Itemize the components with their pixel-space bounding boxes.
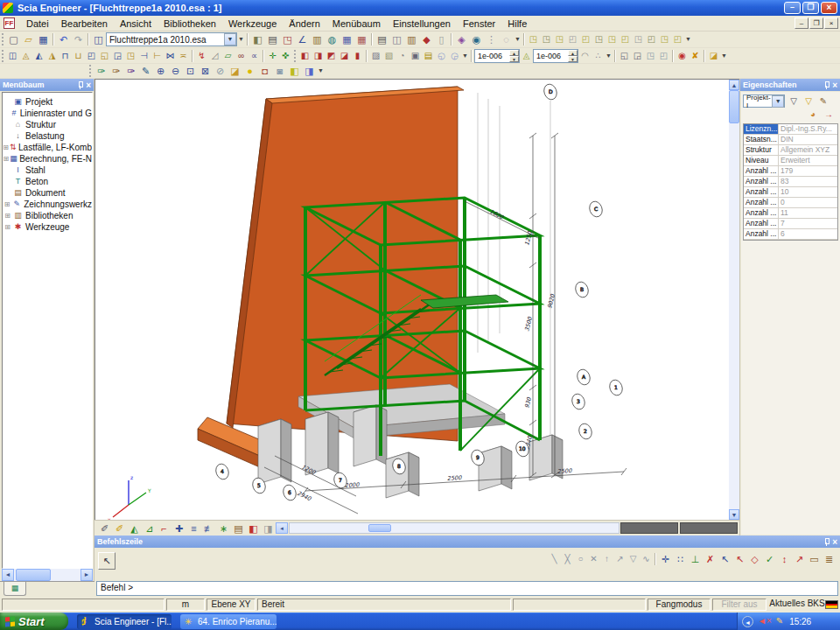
menu-item[interactable]: Hilfe <box>501 17 533 31</box>
chevron-down-icon[interactable]: ▼ <box>772 95 784 108</box>
chevron-down-icon[interactable]: ▼ <box>461 49 469 63</box>
tree-horizontal-scrollbar[interactable]: ◄ ► <box>2 569 93 581</box>
tree-item[interactable]: I Stahl <box>3 164 92 176</box>
menu-item[interactable]: Fenster <box>457 17 501 31</box>
scrollbar-thumb[interactable] <box>729 90 739 123</box>
menu-item[interactable]: Menübaum <box>326 17 387 31</box>
toolbar-icon[interactable]: ◰ <box>657 49 670 63</box>
cursor-select-icon[interactable]: ↖ <box>98 552 116 570</box>
toolbar-icon[interactable]: ∴ <box>592 49 605 63</box>
property-row[interactable]: Staatsn... DIN <box>744 135 837 145</box>
filter-icon[interactable]: ▽ <box>788 96 800 106</box>
toolbar-icon[interactable]: ◳ <box>632 32 645 46</box>
property-row[interactable]: Struktur Allgemein XYZ <box>744 145 837 156</box>
draw-tool-icon[interactable]: ✕ <box>587 552 600 566</box>
toolbar-icon[interactable]: ▦ <box>340 32 354 46</box>
toolbar-icon[interactable]: ⊢ <box>150 49 164 63</box>
toolbar-icon[interactable]: ⊣ <box>137 49 150 63</box>
menu-item[interactable]: Datei <box>20 17 55 31</box>
toolbar-icon[interactable]: ↶ <box>56 32 71 46</box>
edit-pencil-icon[interactable]: ✎ <box>817 96 830 106</box>
snap-tool-icon[interactable]: ✛ <box>658 552 673 566</box>
toolbar-icon[interactable]: ◳ <box>553 32 566 46</box>
toolbar-icon[interactable]: ◫ <box>91 32 106 46</box>
draw-tool-icon[interactable]: ↗ <box>613 552 626 566</box>
property-row[interactable]: Anzahl ... 10 <box>744 187 837 198</box>
spin-down-icon[interactable]: ▼ <box>509 56 519 62</box>
pin-icon[interactable] <box>822 538 830 546</box>
toolbar-icon[interactable]: ◳ <box>658 32 671 46</box>
toolbar-icon[interactable]: ▮ <box>351 49 364 63</box>
toolbar-icon[interactable]: ⊕ <box>153 64 168 78</box>
toolbar-icon[interactable]: ◰ <box>671 32 684 46</box>
chevron-down-icon[interactable]: ▼ <box>317 64 325 78</box>
toolbar-icon[interactable]: ▧ <box>382 49 396 63</box>
property-row[interactable]: Anzahl ... 0 <box>744 198 837 208</box>
property-category-selector[interactable]: Projekt-I ▼ <box>743 94 785 108</box>
property-row[interactable]: Anzahl ... 83 <box>744 177 837 187</box>
expand-icon[interactable]: ⊞ <box>3 210 12 221</box>
view-toolbar-icon[interactable]: ∗ <box>216 522 231 536</box>
tree-item[interactable]: ⊞ ⇅ Lastfälle, LF-Komb <box>3 142 92 153</box>
draw-tool-icon[interactable]: ▽ <box>626 552 640 566</box>
tree-tab[interactable]: ▦ <box>4 582 26 596</box>
spin-down-icon[interactable]: ▼ <box>568 56 578 62</box>
chevron-down-icon[interactable]: ▼ <box>514 32 522 46</box>
3d-viewport-canvas[interactable]: 1340 930 3500 1250 9020 2000 2500 2500 1… <box>95 80 730 520</box>
chevron-down-icon[interactable]: ▼ <box>684 32 692 46</box>
expand-icon[interactable]: ⊞ <box>3 221 12 233</box>
toolbar-icon[interactable]: ◳ <box>280 32 295 46</box>
mdi-restore-button[interactable]: ❐ <box>809 18 823 29</box>
view-toolbar-icon[interactable]: ≢ <box>201 522 216 536</box>
property-row[interactable]: Anzahl ... 6 <box>744 229 837 240</box>
clock[interactable]: 15:26 <box>789 617 811 626</box>
toolbar-icon[interactable]: ◶ <box>448 49 461 63</box>
toolbar-icon[interactable]: ∞ <box>234 49 248 63</box>
toolbar-icon[interactable]: ∝ <box>248 49 261 63</box>
draw-tool-icon[interactable]: ↑ <box>600 552 613 566</box>
toolbar-icon[interactable]: ◰ <box>645 32 658 46</box>
toolbar-icon[interactable]: ✑ <box>94 64 108 78</box>
toolbar-icon[interactable]: ◳ <box>527 32 540 46</box>
eigenschaften-header[interactable]: Eigenschaften × <box>740 79 840 91</box>
toolbar-icon[interactable]: ◿ <box>208 49 221 63</box>
tree-item[interactable]: ⊞ ✎ Zeichnungswerkz <box>3 199 92 210</box>
toolbar-icon[interactable]: ◵ <box>435 49 448 63</box>
toolbar-icon[interactable]: ▥ <box>310 32 325 46</box>
precision-spinner-1[interactable]: 1e-006 ▲▼ <box>474 49 520 63</box>
view-toolbar-icon[interactable]: ⊿ <box>142 522 157 536</box>
minimize-button[interactable]: – <box>784 2 801 14</box>
toolbar-icon[interactable]: ▢ <box>6 32 21 46</box>
toolbar-icon[interactable]: ◳ <box>606 32 619 46</box>
menu-item[interactable]: Werkzeuge <box>222 17 283 31</box>
property-row[interactable]: Anzahl ... 11 <box>744 208 837 219</box>
toolbar-icon[interactable]: ◨ <box>302 64 317 78</box>
pin-icon[interactable] <box>822 81 830 89</box>
scrollbar-block[interactable] <box>680 522 738 534</box>
scroll-left-icon[interactable]: ◄ <box>2 569 14 581</box>
toolbar-icon[interactable]: ◆ <box>419 32 434 46</box>
snap-tool-icon[interactable]: ≣ <box>822 552 836 566</box>
snap-tool-icon[interactable]: ✓ <box>762 552 777 566</box>
toolbar-icon[interactable]: ⋮ <box>484 32 499 46</box>
menu-item[interactable]: Ändern <box>283 17 326 31</box>
toolbar-icon[interactable]: ◪ <box>338 49 351 63</box>
toolbar-icon[interactable]: ✘ <box>689 49 702 63</box>
view-toolbar-icon[interactable]: ◧ <box>246 522 261 536</box>
view-toolbar-icon[interactable]: ✚ <box>172 522 186 536</box>
draw-tool-icon[interactable]: ∿ <box>640 552 653 566</box>
toolbar-icon[interactable]: ◬ <box>19 49 32 63</box>
menu-item[interactable]: Bibliotheken <box>158 17 222 31</box>
toolbar-icon[interactable]: ▤ <box>265 32 280 46</box>
property-row[interactable]: Anzahl ... 179 <box>744 166 837 177</box>
toolbar-icon[interactable]: ◰ <box>85 49 98 63</box>
toolbar-icon[interactable]: ≍ <box>177 49 190 63</box>
scrollbar-thumb[interactable] <box>368 524 391 532</box>
toolbar-icon[interactable]: ▦ <box>36 32 51 46</box>
close-button[interactable]: × <box>821 2 837 14</box>
toolbar-icon[interactable]: ◌ <box>499 32 514 46</box>
toolbar-icon[interactable]: ▱ <box>221 49 234 63</box>
toolbar-icon[interactable]: ◱ <box>618 49 631 63</box>
model-viewport[interactable]: 1340 930 3500 1250 9020 2000 2500 2500 1… <box>94 79 739 520</box>
chevron-down-icon[interactable]: ▼ <box>224 33 236 46</box>
